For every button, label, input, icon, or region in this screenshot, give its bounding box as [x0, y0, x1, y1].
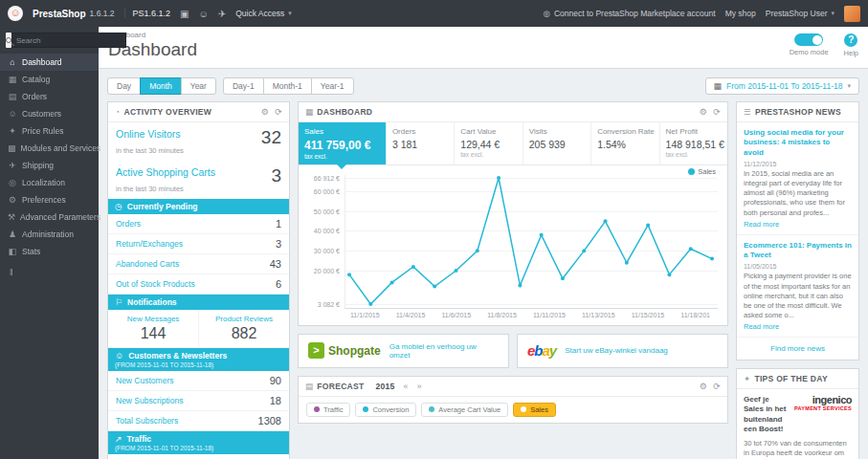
customers-newsletters-title: Customers & Newsletters: [128, 351, 227, 361]
kpi-conversion-rate[interactable]: Conversion Rate 1.54%: [591, 122, 659, 164]
shop-name-link[interactable]: PS1.6.1.2: [124, 9, 171, 18]
refresh-icon[interactable]: ⟳: [713, 107, 721, 117]
read-more-link[interactable]: Read more: [744, 322, 779, 331]
kpi-visits[interactable]: Visits 205 939: [523, 122, 591, 164]
sidebar-item-customers[interactable]: ☺ Customers: [0, 105, 99, 122]
gear-icon[interactable]: ⚙: [261, 107, 269, 117]
forecast-panel-title: FORECAST: [317, 382, 364, 391]
filter-year-button[interactable]: Year: [181, 77, 216, 95]
search-input[interactable]: [11, 33, 126, 48]
sidebar-item-administration[interactable]: ♟ Administration: [0, 226, 99, 243]
y-tick: 50 000 €: [314, 208, 340, 214]
avatar[interactable]: [844, 6, 860, 22]
date-range-picker[interactable]: ▦ From 2015-11-01 To 2015-11-18 ▾: [705, 77, 859, 95]
new-customers-row[interactable]: New Customers 90: [108, 371, 289, 391]
google-analytics-link[interactable]: ∞ Link to your Google Analytics account: [108, 454, 289, 459]
filter-month-button[interactable]: Month: [140, 77, 182, 95]
abandoned-carts-row[interactable]: Abandoned Carts 43: [108, 254, 289, 274]
sidebar-item-dashboard[interactable]: ⌂ Dashboard: [0, 54, 99, 71]
demo-mode-toggle[interactable]: [794, 33, 823, 46]
forecast-legend-sales[interactable]: Sales: [513, 403, 556, 417]
online-visitors-link[interactable]: Online Visitors: [116, 128, 181, 140]
filter-day-button[interactable]: Day: [107, 77, 141, 95]
activity-overview-panel: ◔ ACTIVITY OVERVIEW ⚙ ⟳ Online Visitors …: [107, 101, 290, 459]
quick-access-menu[interactable]: Quick Access ▾: [235, 9, 292, 18]
find-more-news-link[interactable]: Find more news: [737, 338, 858, 360]
prestashop-logo-icon: ☺: [8, 6, 23, 21]
kpi-sub: tax excl.: [304, 153, 380, 160]
sidebar-item-label: Administration: [22, 230, 74, 239]
cart-icon[interactable]: ▣: [180, 9, 189, 19]
x-tick: 11/15/2015: [632, 312, 665, 318]
x-tick: 11/8/2015: [487, 312, 517, 318]
new-messages-cell[interactable]: New Messages 144: [108, 310, 199, 347]
sidebar-item-catalog[interactable]: ▦ Catalog: [0, 71, 99, 88]
read-more-link[interactable]: Read more: [744, 220, 779, 229]
ebay-module-ad[interactable]: ebay Start uw eBay-winkel vandaag: [517, 334, 728, 368]
refresh-icon[interactable]: ⟳: [713, 382, 721, 391]
y-tick: 66 912 €: [314, 174, 340, 181]
sidebar-item-localization[interactable]: ◎ Localization: [0, 174, 99, 191]
user-menu[interactable]: PrestaShop User ▾: [766, 9, 835, 18]
refresh-icon[interactable]: ⟳: [275, 107, 282, 117]
kpi-net-profit[interactable]: Net Profit 148 918,51 € tax excl.: [660, 122, 727, 164]
row-label: New Customers: [116, 376, 173, 385]
filter-day-1-button[interactable]: Day-1: [223, 77, 264, 95]
page-title: Dashboard: [108, 39, 858, 60]
new-subscriptions-row[interactable]: New Subscriptions 18: [108, 391, 289, 411]
collapse-menu-button[interactable]: ‖: [0, 260, 99, 285]
out-of-stock-row[interactable]: Out of Stock Products 6: [108, 274, 289, 295]
kpi-value: 3 181: [392, 139, 448, 150]
forecast-legend-traffic[interactable]: Traffic: [306, 403, 350, 417]
ebay-link[interactable]: Start uw eBay-winkel vandaag: [565, 346, 668, 355]
gear-icon[interactable]: ⚙: [700, 107, 707, 117]
shipping-icon: ✈: [8, 161, 17, 170]
gear-icon: ⚙: [8, 195, 17, 205]
news-body: In 2015, social media are an integral pa…: [744, 169, 852, 218]
brand-subtitle: PAYMENT SERVICES: [794, 405, 852, 411]
sidebar-item-label: Advanced Parameters: [20, 212, 100, 222]
breadcrumb[interactable]: Dashboard: [108, 31, 858, 39]
y-tick: 60 000 €: [314, 188, 340, 195]
my-shop-link[interactable]: My shop: [725, 9, 756, 18]
chevron-down-icon: ▾: [831, 10, 835, 17]
news-title-link[interactable]: Ecommerce 101: Payments in a Tweet: [744, 241, 852, 261]
active-carts-link[interactable]: Active Shopping Carts: [116, 166, 215, 178]
shopgate-link[interactable]: Ga mobiel en verhoog uw omzet: [389, 342, 499, 360]
chart-plot-area[interactable]: [345, 175, 718, 309]
sidebar-item-advanced-parameters[interactable]: ⚒ Advanced Parameters: [0, 208, 99, 226]
x-tick: 11/11/2015: [533, 312, 566, 318]
kpi-sales[interactable]: Sales 411 759,00 € tax excl.: [299, 122, 387, 164]
sidebar-item-modules[interactable]: ▩ Modules and Services: [0, 140, 99, 157]
filter-month-1-button[interactable]: Month-1: [263, 77, 312, 95]
pending-returns-row[interactable]: Return/Exchanges 3: [108, 234, 289, 254]
filter-year-1-button[interactable]: Year-1: [311, 77, 354, 95]
tips-of-the-day-panel: ✦ TIPS OF THE DAY Geef je Sales in het b…: [736, 368, 859, 459]
sidebar-item-orders[interactable]: ▤ Orders: [0, 88, 99, 105]
pending-orders-row[interactable]: Orders 1: [108, 214, 289, 234]
shipping-icon[interactable]: ✈: [218, 9, 226, 19]
help-label: Help: [844, 49, 858, 57]
total-subscribers-row[interactable]: Total Subscribers 1308: [108, 411, 289, 431]
previous-year-button[interactable]: «: [404, 382, 409, 391]
next-year-button[interactable]: »: [417, 382, 422, 391]
shopgate-module-ad[interactable]: > Shopgate Ga mobiel en verhoog uw omzet: [298, 334, 509, 368]
news-title-link[interactable]: Using social media for your business: 4 …: [744, 128, 852, 158]
forecast-legend-conversion[interactable]: Conversion: [355, 403, 416, 417]
sidebar-item-shipping[interactable]: ✈ Shipping: [0, 157, 99, 174]
row-value: 1308: [258, 415, 281, 426]
catalog-icon: ▦: [8, 75, 17, 84]
marketplace-link[interactable]: ◎ Connect to PrestaShop Marketplace acco…: [544, 9, 716, 18]
sidebar-item-preferences[interactable]: ⚙ Preferences: [0, 191, 99, 208]
product-reviews-cell[interactable]: Product Reviews 882: [199, 310, 289, 347]
sidebar-item-price-rules[interactable]: ✦ Price Rules: [0, 122, 99, 140]
sidebar-item-stats[interactable]: ◧ Stats: [0, 243, 99, 260]
help-button[interactable]: ?: [844, 33, 857, 47]
forecast-legend-average-cart-value[interactable]: Average Cart Value: [421, 403, 508, 417]
active-carts-sub: in the last 30 minutes: [108, 185, 289, 199]
kpi-orders[interactable]: Orders 3 181: [387, 122, 455, 164]
kpi-cart-value[interactable]: Cart Value 129,44 € tax excl.: [455, 122, 523, 164]
customer-icon[interactable]: ☺: [199, 9, 209, 19]
gear-icon[interactable]: ⚙: [700, 382, 707, 391]
sidebar-item-label: Modules and Services: [21, 143, 101, 153]
